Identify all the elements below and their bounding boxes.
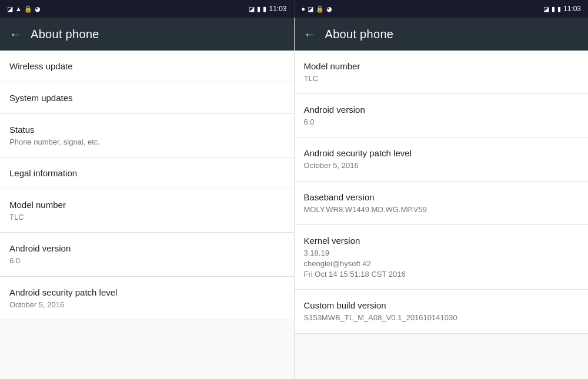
right-panel-title: About phone [325, 28, 394, 41]
right-item-subtitle: October 5, 2016 [304, 160, 579, 171]
right-list-item[interactable]: Model numberTLC [295, 51, 589, 94]
right-app-bar: ← About phone [295, 18, 589, 51]
status-time-right: 11:03 [563, 5, 581, 13]
left-list-item[interactable]: Model numberTLC [0, 189, 294, 233]
android-icon-r: ◕ [326, 5, 332, 13]
status-time-left: 11:03 [269, 5, 286, 13]
right-item-title: Baseband version [304, 191, 579, 203]
star-icon-r: ◪ [308, 5, 313, 13]
right-item-subtitle: MOLY.WR8.W1449.MD.WG.MP.V59 [304, 204, 579, 215]
left-item-title: Android security patch level [9, 286, 285, 298]
left-list-item[interactable]: Android version6.0 [0, 233, 294, 276]
lock-icon-r: 🔒 [316, 5, 324, 13]
left-item-title: Wireless update [9, 60, 285, 72]
left-item-subtitle: October 5, 2016 [9, 300, 285, 310]
data-icon: ▮ [257, 5, 260, 13]
left-item-title: Android version [9, 242, 285, 254]
right-list-item[interactable]: Kernel version3.18.19 chenglei@hysoft #2… [295, 225, 589, 290]
status-bar-left: ◪ ▲ 🔒 ◕ ◪ ▮ ▮ 11:03 [0, 0, 295, 18]
right-item-subtitle: 3.18.19 chenglei@hysoft #2 Fri Oct 14 15… [304, 248, 579, 280]
right-item-title: Kernel version [304, 234, 579, 247]
left-item-subtitle: 6.0 [9, 256, 285, 266]
left-list-item[interactable]: Legal information [0, 157, 294, 189]
battery-icon-r: ▮ [557, 5, 561, 13]
left-panel-title: About phone [31, 28, 99, 41]
left-item-subtitle: Phone number, signal, etc. [9, 137, 285, 147]
left-list-item[interactable]: Android security patch levelOctober 5, 2… [0, 277, 294, 320]
left-item-title: Legal information [9, 167, 285, 179]
left-item-title: Model number [9, 199, 285, 211]
main-content: ← About phone Kc Wireless updateSystem u… [0, 18, 588, 379]
status-icons-left: ◪ ▲ 🔒 ◕ [7, 5, 41, 13]
right-item-title: Model number [304, 60, 579, 72]
right-panel: ← About phone it Model numberTLCAndroid … [295, 18, 589, 379]
status-bar-right: ● ◪ 🔒 ◕ ◪ ▮ ▮ 11:03 [295, 0, 589, 18]
left-app-bar: ← About phone [0, 18, 294, 51]
left-item-subtitle: TLC [9, 212, 285, 223]
wifi-signal-icon: ◪ [249, 5, 255, 13]
status-icons-right-panel-left: ● ◪ 🔒 ◕ [302, 5, 333, 13]
left-list-item[interactable]: System updates [0, 82, 294, 114]
right-item-title: Android version [304, 103, 579, 116]
right-panel-inner: it Model numberTLCAndroid version6.0Andr… [295, 51, 589, 379]
right-item-subtitle: S153MWB_TL_M_A08_V0.1_201610141030 [304, 313, 579, 323]
right-item-subtitle: 6.0 [304, 117, 579, 128]
left-back-button[interactable]: ← [9, 28, 21, 41]
right-list-item[interactable]: Android security patch levelOctober 5, 2… [295, 137, 589, 181]
right-list-item[interactable]: Baseband versionMOLY.WR8.W1449.MD.WG.MP.… [295, 182, 589, 225]
left-item-title: System updates [9, 92, 285, 104]
wifi-signal-icon-r: ◪ [543, 5, 549, 13]
flame-icon: ● [302, 5, 306, 12]
signal-icon: ▲ [15, 5, 22, 12]
right-back-button[interactable]: ← [304, 28, 316, 41]
left-settings-list: Wireless updateSystem updatesStatusPhone… [0, 51, 294, 379]
left-list-item[interactable]: Wireless update [0, 51, 294, 82]
data-icon-r: ▮ [552, 5, 555, 13]
left-panel: ← About phone Kc Wireless updateSystem u… [0, 18, 295, 379]
right-item-title: Custom build version [304, 299, 579, 311]
status-icons-right-left: ◪ ▮ ▮ 11:03 [249, 5, 286, 13]
status-bar: ◪ ▲ 🔒 ◕ ◪ ▮ ▮ 11:03 ● ◪ 🔒 ◕ ◪ ▮ ▮ 11:03 [0, 0, 588, 18]
lock-icon: 🔒 [24, 5, 32, 13]
left-item-title: Status [9, 123, 285, 136]
status-icons-right-panel-right: ◪ ▮ ▮ 11:03 [543, 5, 581, 13]
left-panel-inner: Kc Wireless updateSystem updatesStatusPh… [0, 51, 294, 379]
right-settings-list: Model numberTLCAndroid version6.0Android… [295, 51, 589, 379]
right-list-item[interactable]: Custom build versionS153MWB_TL_M_A08_V0.… [295, 290, 589, 333]
right-item-subtitle: TLC [304, 73, 579, 84]
left-list-item[interactable]: StatusPhone number, signal, etc. [0, 114, 294, 157]
right-item-title: Android security patch level [304, 147, 579, 159]
wifi-icon: ◪ [7, 5, 13, 13]
right-list-item[interactable]: Android version6.0 [295, 94, 589, 137]
android-icon: ◕ [35, 5, 41, 13]
battery-icon: ▮ [263, 5, 266, 13]
